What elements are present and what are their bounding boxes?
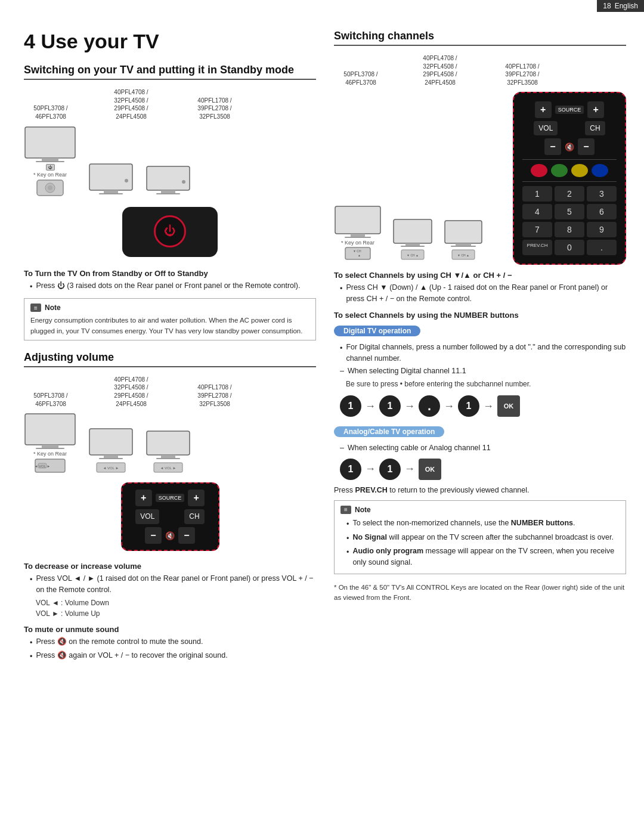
svg-rect-14 bbox=[25, 414, 75, 445]
digital-badge-wrap: Digital TV operation bbox=[334, 322, 626, 340]
channels-tv-group: * Key on Rear ▼ CH ▲ bbox=[334, 200, 483, 265]
svg-rect-42 bbox=[456, 243, 471, 246]
vol-tv-illus-3: ◄ VOL ► bbox=[145, 430, 191, 473]
digital-dash: – When selecting Digital channel 11.1 bbox=[340, 366, 626, 377]
mute-bullet2: • Press 🔇 again or VOL + / − to recover … bbox=[30, 650, 316, 662]
svg-rect-31 bbox=[351, 234, 365, 237]
remote-mute: 🔇 bbox=[565, 143, 574, 151]
note-icon-2: ≡ bbox=[340, 506, 351, 514]
svg-text:▲: ▲ bbox=[358, 253, 361, 257]
seq-a-arrow2: → bbox=[404, 463, 415, 475]
vol-instr-heading: To decrease or increase volume bbox=[24, 562, 316, 571]
tv-illus-2 bbox=[88, 163, 134, 196]
standby-remote-illus bbox=[24, 201, 316, 263]
remote-vol: VOL bbox=[534, 121, 558, 136]
svg-point-9 bbox=[125, 179, 128, 182]
ch-tv-illus-3: ▼ CH ▲ bbox=[444, 219, 483, 260]
svg-rect-7 bbox=[104, 190, 118, 193]
seq-a2: 1 bbox=[379, 459, 401, 480]
ch-note-b3: • Audio only program message will appear… bbox=[346, 546, 620, 568]
remote-num9: 9 bbox=[587, 222, 617, 237]
svg-rect-11 bbox=[161, 190, 175, 193]
tv-illus-1: ⏻ * Key on Rear bbox=[24, 126, 76, 196]
svg-text:◄ VOL ►: ◄ VOL ► bbox=[160, 466, 177, 470]
svg-text:◄ VOL ►: ◄ VOL ► bbox=[35, 465, 51, 468]
seq-d2: 1 bbox=[379, 395, 401, 417]
seq-arrow1: → bbox=[365, 400, 376, 413]
svg-point-5 bbox=[48, 185, 52, 190]
svg-rect-20 bbox=[89, 429, 132, 455]
section-volume-title: Adjusting volume bbox=[24, 351, 316, 367]
vol-tv-illus-1: * Key on Rear ◄ VOL ► bbox=[24, 413, 76, 473]
remote-plus-vol: + bbox=[535, 101, 552, 118]
svg-rect-43 bbox=[451, 246, 476, 247]
source-btn: SOURCE bbox=[156, 494, 185, 502]
ch-label: CH bbox=[184, 509, 204, 524]
remote-num2: 2 bbox=[555, 186, 584, 202]
page-language: English bbox=[615, 2, 638, 10]
remote-source: SOURCE bbox=[555, 106, 584, 114]
volume-model-labels: 50PFL3708 / 46PFL3708 40PFL4708 / 32PFL4… bbox=[24, 376, 316, 408]
digital-badge: Digital TV operation bbox=[334, 326, 420, 336]
remote-yellow bbox=[571, 164, 588, 177]
svg-rect-12 bbox=[156, 193, 180, 194]
remote-num3: 3 bbox=[587, 186, 617, 202]
minus-btn-2: − bbox=[178, 527, 195, 544]
volume-tv-illustrations: * Key on Rear ◄ VOL ► ◄ VOL ► bbox=[24, 413, 316, 473]
digital-bullet: • For Digital channels, press a number f… bbox=[340, 342, 626, 364]
ch-heading: To select Channels by using CH ▼/▲ or CH… bbox=[334, 271, 626, 280]
ch-bullet: • Press CH ▼ (Down) / ▲ (Up - 1 raised d… bbox=[340, 282, 626, 305]
remote-blue bbox=[592, 164, 608, 177]
svg-rect-26 bbox=[161, 455, 175, 458]
svg-rect-30 bbox=[335, 206, 380, 234]
vol-down-label: VOL ◄ : Volume Down bbox=[36, 597, 316, 608]
remote-num7: 7 bbox=[522, 222, 552, 237]
seq-a-arrow1: → bbox=[365, 463, 376, 475]
seq-d3: 1 bbox=[458, 395, 479, 417]
svg-rect-10 bbox=[147, 166, 190, 190]
note-icon: ≡ bbox=[30, 304, 41, 312]
vol-bullet1: • Press VOL ◄ / ► (1 raised dot on the R… bbox=[30, 573, 316, 596]
minus-btn: − bbox=[145, 527, 162, 544]
vol-up-label: VOL ► : Volume Up bbox=[36, 608, 316, 619]
channels-remote: + SOURCE + VOL CH − 🔇 − bbox=[513, 92, 626, 265]
right-column: Switching channels 50PFL3708 / 46PFL3708… bbox=[334, 30, 626, 664]
seq-d1: 1 bbox=[340, 395, 361, 417]
svg-rect-32 bbox=[345, 237, 371, 238]
svg-rect-2 bbox=[36, 161, 64, 162]
power-ring bbox=[154, 215, 186, 247]
standby-model-labels: 50PFL3708 / 46PFL3708 40PFL4708 / 32PFL4… bbox=[24, 88, 316, 121]
analog-dash: – When selecting cable or Analog channel… bbox=[340, 442, 626, 454]
channels-model-labels: 50PFL3708 / 46PFL3708 40PFL4708 / 32PFL4… bbox=[334, 54, 626, 87]
mute-heading: To mute or unmute sound bbox=[24, 625, 316, 634]
mute-bullet1: • Press 🔇 on the remote control to mute … bbox=[30, 636, 316, 649]
svg-rect-6 bbox=[89, 164, 132, 190]
svg-rect-1 bbox=[42, 158, 58, 161]
vol-tv-illus-2: ◄ VOL ► bbox=[88, 428, 134, 473]
svg-text:▼ CH ▲: ▼ CH ▲ bbox=[457, 253, 469, 257]
section-standby-title: Switching on your TV and putting it in S… bbox=[24, 64, 316, 80]
page-number: 18 bbox=[603, 2, 611, 10]
remote-num6: 6 bbox=[587, 204, 617, 219]
footnote: * On the 46" & 50" TV's All CONTROL Keys… bbox=[334, 583, 626, 603]
svg-rect-36 bbox=[394, 219, 432, 243]
standby-tv-illustrations: ⏻ * Key on Rear bbox=[24, 126, 316, 196]
remote-minus-ch: − bbox=[578, 138, 595, 155]
remote-num5: 5 bbox=[555, 204, 584, 219]
analog-badge-wrap: Analog/Cable TV operation bbox=[334, 423, 626, 441]
ch-tv-illus-2: ▼ CH ▲ bbox=[392, 218, 433, 260]
channels-illus-row: * Key on Rear ▼ CH ▲ bbox=[334, 92, 626, 265]
seq-a-ok: OK bbox=[419, 459, 441, 480]
standby-note-text: Energy consumption contributes to air an… bbox=[30, 315, 309, 336]
svg-text:▼ CH: ▼ CH bbox=[353, 249, 361, 253]
svg-rect-25 bbox=[147, 431, 190, 455]
seq-ok: OK bbox=[497, 395, 520, 417]
remote-green bbox=[551, 164, 568, 177]
seq-dot: . bbox=[419, 395, 440, 417]
remote-num8: 8 bbox=[555, 222, 584, 237]
standby-bullet1: • Press ⏻ (3 raised dots on the Rear pan… bbox=[30, 280, 316, 293]
remote-minus-vol: − bbox=[544, 138, 561, 155]
svg-text:◄ VOL ►: ◄ VOL ► bbox=[103, 466, 119, 470]
vol-remote-box: + SOURCE + VOL CH − 🔇 − bbox=[121, 482, 219, 551]
seq-arrow4: → bbox=[483, 400, 494, 413]
